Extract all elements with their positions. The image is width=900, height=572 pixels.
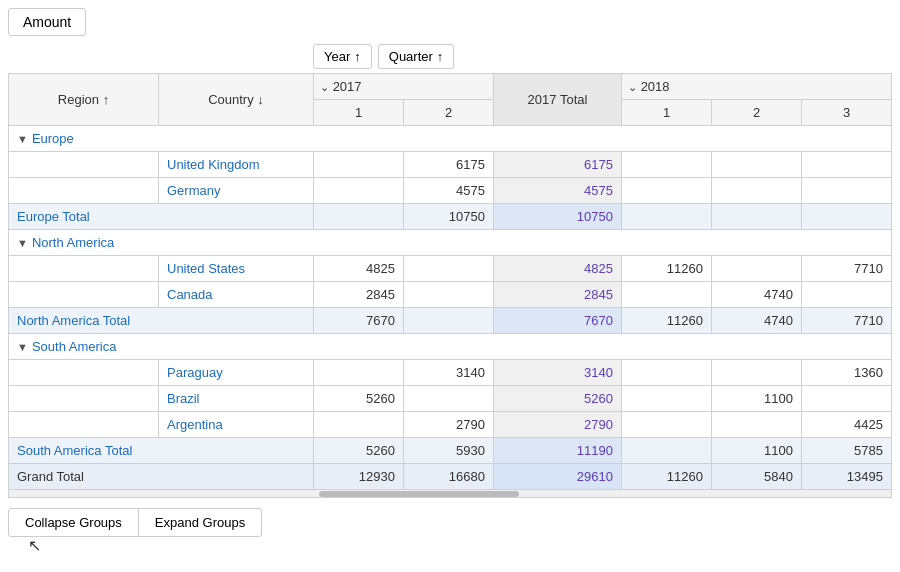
q2017-2-header: 2 [404, 100, 494, 126]
total-cell: 4740 [712, 308, 802, 334]
year-2017-header[interactable]: ⌄ 2017 [314, 74, 494, 100]
country-header[interactable]: Country ↓ [159, 74, 314, 126]
region-cell [9, 152, 159, 178]
data-cell: 4575 [404, 178, 494, 204]
q2017-1-header: 1 [314, 100, 404, 126]
data-cell: 11260 [622, 256, 712, 282]
grand-total-label: Grand Total [9, 464, 314, 490]
quarter-sort-arrow: ↑ [437, 49, 444, 64]
data-2017-total-cell: 4825 [494, 256, 622, 282]
data-cell: 1100 [712, 386, 802, 412]
total-row: North America Total767076701126047407710 [9, 308, 892, 334]
region-cell [9, 386, 159, 412]
region-name: Europe [32, 131, 74, 146]
data-cell: 4740 [712, 282, 802, 308]
grand-total-cell: 5840 [712, 464, 802, 490]
data-cell [622, 282, 712, 308]
year-sort-button[interactable]: Year ↑ [313, 44, 372, 69]
table-row: ▼South America [9, 334, 892, 360]
grand-total-cell: 13495 [802, 464, 892, 490]
data-cell [802, 178, 892, 204]
data-cell [622, 178, 712, 204]
data-cell [712, 412, 802, 438]
data-cell [404, 386, 494, 412]
table-row: ▼North America [9, 230, 892, 256]
amount-button[interactable]: Amount [8, 8, 86, 36]
table-row: Germany45754575 [9, 178, 892, 204]
grand-total-2017-cell: 29610 [494, 464, 622, 490]
region-cell [9, 412, 159, 438]
data-2017-total-cell: 3140 [494, 360, 622, 386]
total-cell: 10750 [404, 204, 494, 230]
total-cell: 1100 [712, 438, 802, 464]
region-cell [9, 360, 159, 386]
total-cell: 7710 [802, 308, 892, 334]
total-cell [802, 204, 892, 230]
total-cell [622, 438, 712, 464]
total-label: Europe Total [9, 204, 314, 230]
data-cell [712, 178, 802, 204]
expand-arrow: ▼ [17, 341, 28, 353]
data-2017-total-cell: 4575 [494, 178, 622, 204]
pivot-table: Region ↑ Country ↓ ⌄ 2017 2017 Total ⌄ 2… [8, 73, 892, 490]
data-cell: 2790 [404, 412, 494, 438]
country-cell: Paraguay [159, 360, 314, 386]
q2018-3-header: 3 [802, 100, 892, 126]
expand-groups-button[interactable]: Expand Groups [138, 508, 262, 537]
total-row: South America Total526059301119011005785 [9, 438, 892, 464]
data-cell [622, 152, 712, 178]
total-cell: 5785 [802, 438, 892, 464]
collapse-groups-button[interactable]: Collapse Groups [8, 508, 139, 537]
total-cell [314, 204, 404, 230]
total-2017-total-cell: 7670 [494, 308, 622, 334]
data-cell: 7710 [802, 256, 892, 282]
total-2017-total-cell: 10750 [494, 204, 622, 230]
data-cell: 5260 [314, 386, 404, 412]
year-2017-total-header: 2017 Total [494, 74, 622, 126]
total-2017-total-cell: 11190 [494, 438, 622, 464]
data-2017-total-cell: 6175 [494, 152, 622, 178]
scroll-thumb[interactable] [319, 491, 519, 497]
region-row-label[interactable]: ▼Europe [9, 126, 892, 152]
total-cell [404, 308, 494, 334]
table-row: Paraguay314031401360 [9, 360, 892, 386]
data-cell: 4825 [314, 256, 404, 282]
data-cell: 4425 [802, 412, 892, 438]
total-cell: 11260 [622, 308, 712, 334]
country-cell: Canada [159, 282, 314, 308]
data-2017-total-cell: 5260 [494, 386, 622, 412]
table-row: United States48254825112607710 [9, 256, 892, 282]
data-cell [622, 412, 712, 438]
data-cell: 6175 [404, 152, 494, 178]
data-cell [404, 282, 494, 308]
data-cell [314, 152, 404, 178]
grand-total-cell: 12930 [314, 464, 404, 490]
year-label: Year [324, 49, 350, 64]
region-name: South America [32, 339, 117, 354]
expand-arrow: ▼ [17, 133, 28, 145]
grand-total-cell: 16680 [404, 464, 494, 490]
total-label: South America Total [9, 438, 314, 464]
total-cell [712, 204, 802, 230]
year-2018-header[interactable]: ⌄ 2018 [622, 74, 892, 100]
country-cell: Argentina [159, 412, 314, 438]
total-cell [622, 204, 712, 230]
horizontal-scrollbar[interactable] [8, 490, 892, 498]
data-cell [404, 256, 494, 282]
data-cell: 2845 [314, 282, 404, 308]
region-row-label[interactable]: ▼North America [9, 230, 892, 256]
q2018-2-header: 2 [712, 100, 802, 126]
q2018-1-header: 1 [622, 100, 712, 126]
total-cell: 7670 [314, 308, 404, 334]
country-cell: Brazil [159, 386, 314, 412]
data-cell [802, 152, 892, 178]
region-header[interactable]: Region ↑ [9, 74, 159, 126]
data-cell [712, 360, 802, 386]
data-cell [314, 178, 404, 204]
data-2017-total-cell: 2845 [494, 282, 622, 308]
data-cell [712, 256, 802, 282]
region-row-label[interactable]: ▼South America [9, 334, 892, 360]
quarter-sort-button[interactable]: Quarter ↑ [378, 44, 455, 69]
table-row: Canada284528454740 [9, 282, 892, 308]
data-cell: 3140 [404, 360, 494, 386]
